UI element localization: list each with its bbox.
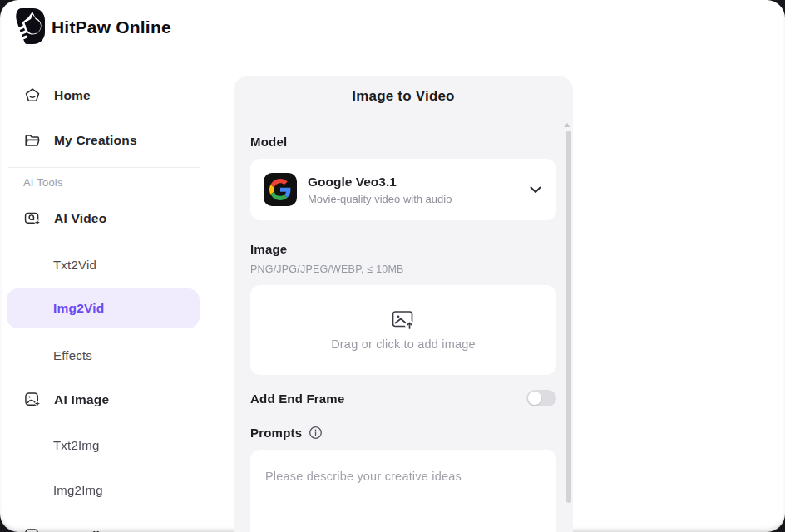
upload-hint-text: Drag or click to add image: [331, 337, 476, 351]
sidebar-item-img2img[interactable]: Img2Img: [53, 480, 103, 500]
folder-icon: [23, 131, 42, 150]
prompts-label: Prompts: [250, 426, 302, 440]
sidebar-item-effects[interactable]: Effects: [53, 345, 92, 365]
model-selector[interactable]: Google Veo3.1 Movie-quality video with a…: [250, 159, 556, 220]
image-to-video-panel: Image to Video Model Google Veo3.1 Movie…: [234, 76, 573, 532]
sidebar-item-txt2img[interactable]: Txt2Img: [53, 435, 100, 455]
sidebar-item-ai-audio[interactable]: AI Audio: [23, 525, 108, 532]
image-upload-dropzone[interactable]: Drag or click to add image: [250, 285, 556, 375]
sidebar-item-label: AI Image: [54, 392, 109, 407]
sidebar-item-label: My Creations: [54, 133, 137, 148]
sidebar-item-label: Effects: [53, 348, 92, 362]
sidebar-item-label: Txt2Img: [53, 438, 100, 452]
ai-image-icon: [23, 391, 42, 409]
toggle-knob: [528, 392, 541, 405]
panel-body: Model Google Veo3.1 Movie-quality video …: [234, 116, 573, 532]
chevron-down-icon: [530, 186, 541, 194]
scrollbar-up-arrow[interactable]: [564, 123, 570, 127]
sidebar-item-txt2vid[interactable]: Txt2Vid: [53, 254, 96, 274]
home-icon: [23, 86, 42, 105]
ai-video-icon: [23, 209, 42, 228]
panel-header: Image to Video: [234, 76, 573, 116]
hitpaw-logo-icon: [11, 7, 46, 47]
sidebar-item-label: Home: [54, 88, 91, 103]
end-frame-label: Add End Frame: [250, 392, 344, 406]
panel-title: Image to Video: [352, 88, 454, 105]
add-image-icon: [392, 309, 415, 330]
app-title: HitPaw Online: [52, 17, 171, 37]
sidebar-item-label: Txt2Vid: [53, 258, 96, 272]
sidebar-item-label: Img2Vid: [53, 301, 104, 316]
sidebar-item-label: AI Audio: [54, 529, 108, 532]
panel-scrollbar[interactable]: [566, 131, 571, 503]
end-frame-row: Add End Frame: [250, 390, 556, 406]
info-icon[interactable]: [309, 426, 323, 440]
app-window: HitPaw Online Home My Creations AI Tools: [0, 0, 785, 532]
sidebar-section-label: AI Tools: [23, 176, 63, 189]
model-info: Google Veo3.1 Movie-quality video with a…: [308, 175, 452, 205]
model-name: Google Veo3.1: [308, 175, 452, 190]
image-format-requirements: PNG/JPG/JPEG/WEBP, ≤ 10MB: [250, 264, 556, 275]
sidebar-divider: [8, 167, 200, 168]
google-logo-tile: [264, 173, 297, 206]
prompt-input[interactable]: [250, 450, 556, 532]
model-section-label: Model: [250, 135, 556, 149]
sidebar-item-ai-image[interactable]: AI Image: [23, 388, 109, 411]
ai-audio-icon: [23, 527, 42, 532]
model-description: Movie-quality video with audio: [308, 193, 452, 205]
image-section-label: Image: [250, 242, 556, 256]
prompts-row: Prompts: [250, 426, 556, 440]
sidebar-item-home[interactable]: Home: [23, 84, 91, 107]
sidebar-item-label: Img2Img: [53, 483, 103, 497]
sidebar-item-label: AI Video: [54, 211, 106, 226]
end-frame-toggle[interactable]: [526, 390, 556, 406]
sidebar-item-my-creations[interactable]: My Creations: [23, 129, 137, 152]
sidebar-item-ai-video[interactable]: AI Video: [23, 207, 106, 230]
google-logo: [269, 179, 291, 200]
sidebar-item-img2vid-active[interactable]: Img2Vid: [7, 288, 200, 328]
